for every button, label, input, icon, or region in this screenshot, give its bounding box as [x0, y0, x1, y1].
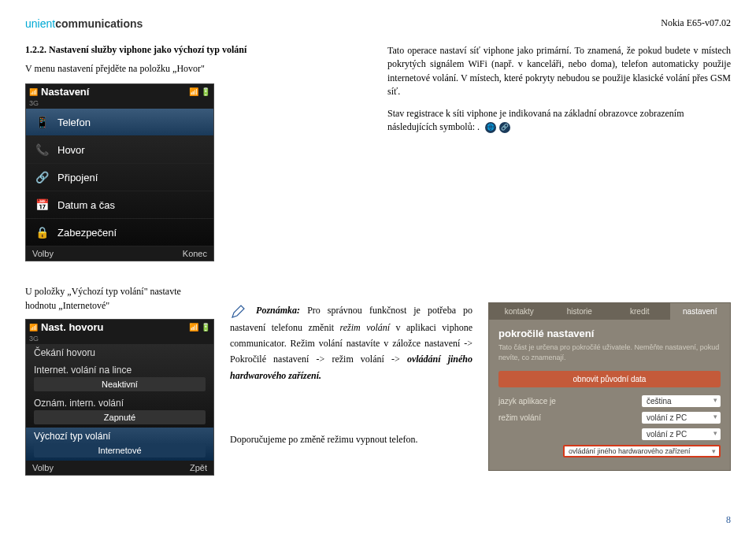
recommendation-text: Doporučujeme po změně režimu vypnout tel…: [230, 432, 472, 446]
list-label: Internet. volání na lince: [34, 365, 206, 376]
security-menu-icon: 🔒: [34, 224, 50, 240]
web-description: Tato část je určena pro pokročilé uživat…: [498, 343, 721, 362]
tab-kontakty[interactable]: kontakty: [489, 303, 550, 320]
network-indicator: 3G: [26, 335, 213, 344]
web-settings-panel: kontakty historie kredit nastavení pokro…: [488, 302, 731, 470]
network-indicator: 3G: [26, 99, 213, 109]
field-label-rezim: režim volání: [498, 413, 541, 422]
list-label: Čekání hovoru: [34, 347, 206, 358]
list-value: Zapnuté: [34, 410, 206, 424]
web-heading: pokročilé nastavení: [498, 328, 721, 339]
registration-symbol-1: 🌐: [485, 122, 496, 133]
field-label-jazyk: jazyk aplikace je: [498, 397, 556, 406]
phone-title: Nast. hovoru: [41, 321, 103, 333]
phone-title: Nastavení: [41, 86, 89, 98]
menu-label: Zabezpečení: [57, 227, 117, 239]
calendar-menu-icon: 📅: [34, 197, 50, 213]
softkey-right[interactable]: Zpět: [190, 463, 207, 472]
document-id: Nokia E65-v07.02: [661, 17, 731, 29]
menu-label: Hovor: [57, 144, 85, 156]
phone-screenshot-call-settings: 📶 Nast. hovoru 📶 🔋 3G Čekání hovoru Inte…: [25, 319, 214, 476]
signal-icon: 📶: [29, 324, 38, 331]
phone-menu-icon: 📱: [34, 114, 50, 130]
softkey-left[interactable]: Volby: [32, 249, 54, 258]
registration-symbol-2: 🔗: [499, 122, 510, 133]
select-jazyk[interactable]: čeština: [642, 395, 721, 407]
section-intro: V menu nastavení přejděte na položku „Ho…: [25, 62, 364, 76]
menu-label: Telefon: [57, 117, 91, 128]
call-menu-icon: 📞: [34, 142, 50, 157]
wifi-icon: 📶: [189, 87, 198, 96]
section-heading: 1.2.2. Nastavení služby viphone jako výc…: [25, 44, 364, 56]
select-rezim-option[interactable]: volání z PC: [642, 428, 721, 440]
menu-label: Připojení: [57, 172, 98, 183]
list-label: Oznám. intern. volání: [34, 398, 206, 409]
pencil-icon: [230, 304, 246, 320]
menu-item-zabezpeceni[interactable]: 🔒 Zabezpečení: [26, 219, 213, 246]
list-item-oznam[interactable]: Oznám. intern. volání Zapnuté: [26, 394, 213, 428]
battery-icon: 🔋: [201, 323, 210, 331]
select-rezim-highlighted[interactable]: ovládání jiného hardwarového zařízení: [563, 445, 721, 457]
list-value: Neaktivní: [34, 377, 206, 391]
caption-vychoz-typ: U položky „Výchozí typ volání" nastavte …: [25, 285, 214, 313]
menu-item-datum[interactable]: 📅 Datum a čas: [26, 191, 213, 219]
note-paragraph: Poznámka: Pro správnou funkčnost je potř…: [230, 302, 472, 383]
menu-item-telefon[interactable]: 📱 Telefon: [26, 109, 213, 136]
tab-historie[interactable]: historie: [550, 303, 610, 320]
page-number: 8: [726, 514, 731, 526]
battery-icon: 🔋: [201, 87, 210, 96]
select-rezim[interactable]: volání z PC: [642, 412, 721, 424]
signal-icon: 📶: [29, 88, 38, 96]
list-item-internet-volani[interactable]: Internet. volání na lince Neaktivní: [26, 361, 213, 394]
tab-nastaveni[interactable]: nastavení: [670, 303, 731, 320]
softkey-right[interactable]: Konec: [183, 249, 207, 258]
list-item-cekani[interactable]: Čekání hovoru: [26, 344, 213, 361]
tab-kredit[interactable]: kredit: [610, 303, 670, 320]
reset-button[interactable]: obnovit původní data: [498, 371, 721, 387]
softkey-left[interactable]: Volby: [32, 463, 54, 472]
wifi-icon: 📶: [189, 323, 198, 331]
company-logo: unientcommunications: [25, 17, 143, 30]
explanation-paragraph-2: Stav registrace k síti viphone je indiko…: [387, 107, 731, 135]
menu-item-hovor[interactable]: 📞 Hovor: [26, 136, 213, 164]
menu-label: Datum a čas: [57, 199, 115, 211]
list-label: Výchozí typ volání: [34, 431, 206, 442]
connection-menu-icon: 🔗: [34, 169, 50, 185]
menu-item-pripojeni[interactable]: 🔗 Připojení: [26, 164, 213, 191]
list-item-vychoz-typ[interactable]: Výchozí typ volání Internetové: [26, 428, 213, 461]
explanation-paragraph-1: Tato operace nastaví síť viphone jako pr…: [387, 44, 731, 99]
phone-screenshot-settings: 📶 Nastavení 📶 🔋 3G 📱 Telefon 📞: [25, 83, 214, 261]
list-value: Internetové: [34, 443, 206, 457]
